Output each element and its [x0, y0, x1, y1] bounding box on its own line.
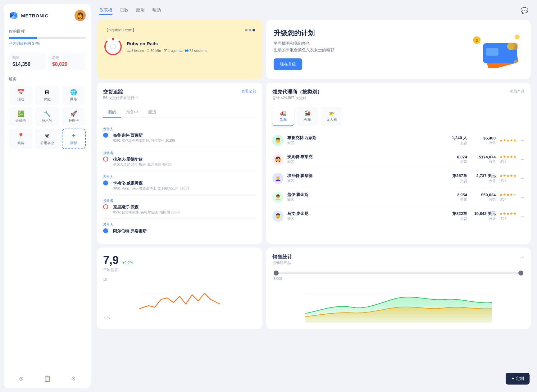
tracking-card: 交货追踪 56 次交付正在进行中 查看全部 新的 准备中 船运 发件人 布鲁克林… [97, 83, 262, 244]
add-product-button[interactable]: 添加产品 [510, 89, 525, 94]
nav-dashboard[interactable]: 仪表板 [99, 6, 112, 15]
agent-stat-2: 6,074 交货 [445, 155, 467, 164]
tracking-subtitle: 56 次交付正在进行中 [103, 95, 138, 101]
delivery-row-1: 布鲁克林·西蒙斯 6391 埃尔金圣塞莱斯特, 特拉华州 10299 [103, 133, 256, 143]
service-nursing[interactable]: 🚀 护理卡 [62, 107, 86, 126]
course-info: Ruby on Rails 📖 3 lesson ⏱ 50 Min 📅 1 ag… [127, 41, 207, 52]
settings-icon[interactable]: ⚙ [71, 375, 76, 382]
user-avatar[interactable]: 👩 [75, 10, 86, 21]
service-insurance[interactable]: ⊞ 保险 [35, 86, 59, 105]
agent-trans-label-3: 交货 [445, 179, 467, 183]
indicator-4 [103, 204, 108, 209]
tab-train[interactable]: 🚂 火车 [297, 107, 318, 126]
agent-money-2: $174,074 收益 [471, 155, 496, 164]
agent-arrow-4[interactable]: → [520, 195, 525, 200]
agent-name-col-2: 安妮特·布莱克 南区 [287, 154, 442, 164]
tab-new[interactable]: 新的 [103, 107, 121, 118]
tab-drone-label: 无人机 [326, 117, 337, 122]
indicator-1 [103, 133, 108, 138]
delivery-details-1: 布鲁克林·西蒙斯 6391 埃尔金圣塞莱斯特, 特拉华州 10299 [113, 133, 175, 143]
svg-rect-9 [486, 48, 498, 56]
agent-arrow-2[interactable]: → [520, 157, 525, 162]
service-activity[interactable]: 📅 活动 [9, 86, 33, 105]
service-activity-label: 活动 [17, 97, 24, 102]
star-label-2: 评分 [499, 159, 517, 164]
agent-avatar-5: 👨 [272, 211, 284, 222]
course-header: 【biqubiqu.com】 [104, 27, 255, 33]
service-add-new[interactable]: + 添新 [62, 129, 86, 149]
ring-dot [112, 38, 114, 40]
view-all-link[interactable]: 查看全部 [241, 89, 256, 94]
agent-row-3: 👩‍🦳 埃丝特·霍华德 南区 第357章 交货 2,737 美元 收益 ★ [272, 169, 525, 188]
agent-name-3: 埃丝特·霍华德 [287, 173, 442, 179]
message-icon[interactable]: 💬 [521, 7, 528, 14]
agent-trans-label-1: 交货 [445, 141, 467, 145]
agent-trans-1: 1,240 人 [445, 135, 467, 141]
expense-value: $8,029 [52, 62, 82, 67]
nav-apps[interactable]: 应用 [136, 6, 145, 15]
customize-button[interactable]: ✦ 定制 [506, 373, 530, 385]
course-title: Ruby on Rails [127, 41, 207, 46]
agents-subtitle: 总计 424,567 次交付 [272, 95, 322, 101]
delivery-item-2: 接收者 拉尔夫·爱德华兹 星家大道2464号 梅萨, 新泽西州 45463 [103, 147, 256, 171]
sales-chart-svg [272, 285, 525, 323]
agent-name-1: 布鲁克林·西蒙斯 [287, 135, 442, 141]
chart-label: 平均位置 [103, 267, 256, 273]
sender-name-1: 布鲁克林·西蒙斯 [113, 133, 175, 138]
sales-header: 销售统计 最畅销产品 ··· [272, 254, 525, 269]
stars-1: ★★★★★ [499, 138, 517, 143]
reception-icon: 📍 [17, 133, 24, 139]
budget-card: 预算 $14,350 [9, 52, 46, 70]
service-finance[interactable]: 💹 金融的 [9, 107, 33, 126]
agent-arrow-1[interactable]: → [520, 138, 525, 143]
nav-help[interactable]: 帮助 [152, 6, 161, 15]
sales-title: 销售统计 [272, 254, 292, 260]
agent-avatar-4: 👨‍💼 [272, 192, 284, 203]
sales-options-icon[interactable]: ··· [520, 254, 525, 269]
agent-region-2: 南区 [287, 160, 442, 164]
agent-arrow-3[interactable]: → [520, 176, 525, 181]
svg-point-11 [511, 43, 518, 50]
tab-train-label: 火车 [304, 117, 311, 122]
document-icon[interactable]: 📋 [44, 375, 51, 382]
nursing-icon: 🚀 [70, 110, 77, 117]
upgrade-button[interactable]: 现在升级 [274, 58, 302, 70]
tab-shipping[interactable]: 船运 [143, 107, 161, 118]
chart-value: 7,9 [103, 254, 119, 267]
budget-row: 预算 $14,350 花费 $8,029 [9, 52, 86, 70]
agents-header: 领先代理商（按类别） 总计 424,567 次交付 添加产品 [272, 89, 525, 106]
tab-truck[interactable]: 🚛 货车 [272, 107, 294, 126]
service-tech[interactable]: 🔧 技术的 [35, 107, 59, 126]
agent-name-col-4: 盖伊·霍金斯 南区 [287, 192, 442, 202]
nav-pages[interactable]: 页数 [120, 6, 129, 15]
service-reception[interactable]: 📍 候待 [9, 129, 33, 149]
upgrade-svg: $ [467, 31, 523, 68]
main-content: 仪表板 页数 应用 帮助 💬 【biqubiqu.com】 [94, 0, 537, 392]
agent-avatar-1: 👨 [272, 135, 284, 146]
delivery-item-3: 发件人 卡梅伦·威廉姆森 3891 Ranchview 理查森博士, 加利福尼亚… [103, 171, 256, 195]
sender-addr-1: 6391 埃尔金圣塞莱斯特, 特拉华州 10299 [113, 138, 175, 143]
role-2: 接收者 [103, 151, 256, 155]
layers-icon[interactable]: ⊕ [19, 375, 24, 382]
goal-section: 你的目标 已达到目标的 37% [9, 29, 86, 46]
role-4: 接收者 [103, 198, 256, 203]
indicator-5 [103, 228, 108, 233]
slider-handle-left[interactable] [274, 271, 279, 276]
range-slider-wrapper: 3,000 [272, 271, 525, 280]
delivery-row-3: 卡梅伦·威廉姆森 3891 Ranchview 理查森博士, 加利福尼亚州 62… [103, 180, 256, 191]
tab-drone[interactable]: 🚁 无人机 [321, 107, 343, 126]
chart-axis-labels: 10 [103, 278, 256, 281]
dot-3 [253, 29, 255, 31]
tab-preparing[interactable]: 准备中 [121, 107, 143, 118]
public-icon: ❋ [45, 133, 49, 139]
agent-arrow-5[interactable]: → [520, 214, 525, 219]
agent-row-5: 👨 马文·麦金尼 南区 第822章 交货 19,842 美元 收益 ★★★★ [272, 207, 525, 226]
budget-value: $14,350 [12, 62, 42, 67]
insurance-icon: ⊞ [45, 89, 49, 96]
nav-links: 仪表板 页数 应用 帮助 [99, 6, 161, 15]
service-public[interactable]: ❋ 公用事业 [35, 129, 59, 149]
slider-handle-right[interactable] [518, 271, 523, 276]
agent-rating-3: ★★★★★ 评分 [499, 174, 517, 183]
service-network[interactable]: 🌐 网络 [62, 86, 86, 105]
drone-icon: 🚁 [329, 110, 335, 116]
